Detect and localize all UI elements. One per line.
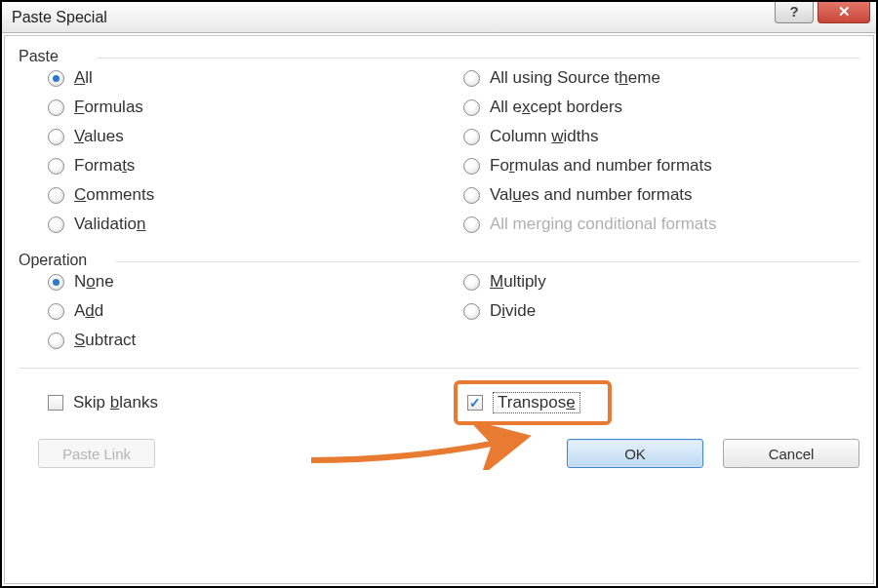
radio-formulas-number-formats[interactable]: Formulas and number formats bbox=[463, 156, 859, 176]
divider bbox=[116, 261, 859, 262]
radio-icon bbox=[48, 216, 64, 233]
radio-label: All merging conditional formats bbox=[490, 215, 716, 234]
radio-label: Subtract bbox=[74, 331, 136, 350]
radio-label: Multiply bbox=[490, 272, 546, 292]
radio-label: Add bbox=[74, 301, 103, 321]
checkbox-row: Skip blanks Transpose bbox=[19, 380, 859, 425]
radio-values-number-formats[interactable]: Values and number formats bbox=[463, 185, 859, 205]
dialog-content: Paste AllAll using Source themeFormulasA… bbox=[4, 35, 874, 584]
titlebar-buttons: ? ✕ bbox=[775, 0, 876, 29]
operation-group-label: Operation bbox=[19, 252, 859, 269]
radio-label: Formats bbox=[74, 156, 135, 176]
radio-icon bbox=[48, 158, 64, 175]
radio-comments[interactable]: Comments bbox=[48, 185, 444, 205]
titlebar: Paste Special ? ✕ bbox=[2, 2, 876, 33]
radio-label: Column widths bbox=[490, 127, 599, 146]
help-button[interactable]: ? bbox=[775, 0, 814, 23]
radio-icon bbox=[48, 99, 64, 116]
radio-none[interactable]: None bbox=[48, 272, 444, 292]
radio-values[interactable]: Values bbox=[48, 127, 444, 146]
radio-icon bbox=[463, 99, 480, 116]
radio-all-merging-conditional: All merging conditional formats bbox=[463, 215, 859, 234]
skip-blanks-label: Skip blanks bbox=[73, 393, 158, 412]
skip-blanks-checkbox[interactable]: Skip blanks bbox=[48, 393, 454, 412]
arrow-annotation bbox=[301, 421, 545, 470]
radio-all[interactable]: All bbox=[48, 68, 444, 88]
radio-label: All bbox=[74, 68, 93, 88]
radio-formulas[interactable]: Formulas bbox=[48, 98, 444, 117]
radio-icon bbox=[463, 158, 480, 175]
radio-label: Formulas and number formats bbox=[490, 156, 712, 176]
radio-multiply[interactable]: Multiply bbox=[463, 272, 859, 292]
radio-icon bbox=[463, 129, 480, 145]
transpose-highlight: Transpose bbox=[454, 380, 612, 425]
transpose-checkbox[interactable]: Transpose bbox=[467, 392, 580, 413]
radio-label: Values bbox=[74, 127, 124, 146]
radio-column-widths[interactable]: Column widths bbox=[463, 127, 859, 146]
radio-label: All except borders bbox=[490, 98, 622, 117]
radio-label: Formulas bbox=[74, 98, 143, 117]
radio-icon bbox=[463, 70, 480, 87]
button-row: Paste Link OK Cancel bbox=[19, 439, 859, 468]
checkbox-icon bbox=[467, 395, 483, 411]
help-icon: ? bbox=[789, 3, 798, 20]
close-button[interactable]: ✕ bbox=[818, 0, 870, 23]
ok-button[interactable]: OK bbox=[567, 439, 703, 468]
paste-options: AllAll using Source themeFormulasAll exc… bbox=[19, 68, 859, 234]
radio-icon bbox=[463, 187, 480, 204]
paste-group-label: Paste bbox=[19, 48, 859, 65]
divider bbox=[97, 58, 859, 59]
radio-icon bbox=[48, 274, 64, 291]
divider bbox=[19, 368, 859, 369]
checkbox-icon bbox=[48, 395, 63, 411]
close-icon: ✕ bbox=[838, 3, 851, 20]
radio-formats[interactable]: Formats bbox=[48, 156, 444, 176]
radio-label: All using Source theme bbox=[490, 68, 660, 88]
cancel-button[interactable]: Cancel bbox=[723, 439, 859, 468]
transpose-label: Transpose bbox=[493, 392, 580, 413]
paste-link-button: Paste Link bbox=[38, 439, 155, 468]
radio-icon bbox=[463, 303, 480, 320]
radio-icon bbox=[48, 129, 64, 145]
radio-label: Values and number formats bbox=[490, 185, 693, 205]
radio-icon bbox=[463, 274, 480, 291]
radio-label: None bbox=[74, 272, 114, 292]
radio-all-source-theme[interactable]: All using Source theme bbox=[463, 68, 859, 88]
radio-all-except-borders[interactable]: All except borders bbox=[463, 98, 859, 117]
radio-icon bbox=[48, 187, 64, 204]
dialog-title: Paste Special bbox=[12, 9, 107, 26]
radio-icon bbox=[463, 216, 480, 233]
radio-icon bbox=[48, 70, 64, 87]
radio-label: Comments bbox=[74, 185, 154, 205]
radio-icon bbox=[48, 303, 64, 320]
radio-divide[interactable]: Divide bbox=[463, 301, 859, 321]
operation-options: NoneMultiplyAddDivideSubtract bbox=[19, 272, 859, 350]
radio-icon bbox=[48, 333, 64, 349]
radio-subtract[interactable]: Subtract bbox=[48, 331, 444, 350]
radio-label: Validation bbox=[74, 215, 145, 234]
radio-add[interactable]: Add bbox=[48, 301, 444, 321]
paste-special-dialog: Paste Special ? ✕ Paste AllAll using Sou… bbox=[2, 2, 876, 586]
radio-validation[interactable]: Validation bbox=[48, 215, 444, 234]
radio-label: Divide bbox=[490, 301, 536, 321]
